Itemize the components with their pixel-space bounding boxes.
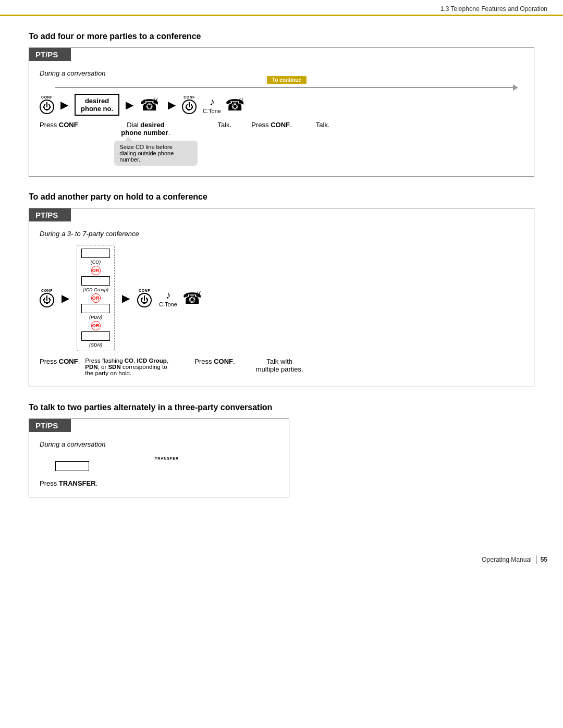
ctone1-label: C.Tone [203,108,221,114]
s2-step1-conf: CONF [59,357,78,365]
conf2-power-icon: ⏻ [185,102,193,112]
note-line3: the party on hold. [85,370,131,376]
section1-ptps-box: PT/PS During a conversation To continue [29,47,534,177]
section1-conf1: CONF ⏻ [40,95,54,114]
s2-conf1-circle: ⏻ [40,293,54,307]
conf2-icon: CONF ⏻ [182,95,197,114]
section3-ptps-box: PT/PS During a conversation TRANSFER Pre… [29,418,289,498]
step4-conf: CONF [271,121,290,129]
talk-icon1-col: ☎ (( · [140,95,162,115]
s2-step2-label: Press CONF. [194,357,235,365]
step1-dot: . [78,121,80,129]
step5-talk: Talk. [316,121,330,129]
conf2-label: CONF [183,95,195,99]
button-group-bracket: (CO) OR (ICD Group) OR (PDN) [77,245,115,351]
step4-dot: . [290,121,292,129]
s2-step3-multi: multiple parties. [256,365,303,373]
s2-talk-icon-col: ☎ (( · [182,288,204,308]
note-pdn: PDN [85,364,97,370]
section2-ptps-body: During a 3- to 7-party conference CONF ⏻… [29,221,534,387]
section2-conf2: CONF ⏻ [137,289,152,307]
or3-label: OR [92,323,100,328]
icd-button [81,276,110,286]
s2-conf1-label: CONF [41,289,53,292]
arrow1: ▶ [60,98,68,111]
main-content: To add four or more parties to a confere… [0,16,563,529]
icd-sublabel: (ICD Group) [83,287,108,292]
sdn-button [81,331,110,341]
conf2-circle: ⏻ [182,100,197,114]
s2-conf2-circle: ⏻ [137,293,152,307]
arrow2: ▶ [126,98,133,111]
step2-label-col: Dial desired phone number. Seize CO line… [93,121,198,166]
s2-step1-label: Press CONF. [40,357,80,365]
pdn-sublabel: (PDN) [89,315,102,320]
or1-circle: OR [91,266,101,275]
section2-heading: To add another party on hold to a confer… [29,192,534,202]
talk-icon2-col: ☎ (( · [225,95,247,115]
section1-heading: To add four or more parties to a confere… [29,32,534,41]
section3-heading: To talk to two parties alternately in a … [29,403,534,412]
step2-phone: phone number [121,129,168,137]
s2-step1-dot: . [78,357,80,365]
svg-text:·: · [196,298,198,303]
s3-dot: . [96,479,98,487]
s2-conf1-icon: CONF ⏻ [40,289,54,307]
s2-music-note: ♪ [165,289,170,301]
desired-line1: desired [85,97,109,105]
talk-icon2: ☎ (( · [225,95,247,115]
s2-talk-icon: ☎ (( · [182,288,204,308]
section2-ptps-header: PT/PS [29,208,71,221]
or2-label: OR [92,295,100,301]
conf1-icon: CONF ⏻ [40,95,54,114]
to-continue-badge: To continue [267,76,307,84]
step4-label: Press CONF. [251,121,291,129]
arrow3: ▶ [168,98,176,111]
conf1-label: CONF [41,95,53,99]
note-co: CO [125,357,133,364]
s2-arrow1: ▶ [62,292,69,304]
s2-conf2-power: ⏻ [140,295,149,305]
co-sublabel: (CO) [91,260,101,265]
s2-arrow2: ▶ [122,292,130,304]
s2-step3-talk: Talk with [266,357,292,365]
page-footer: Operating Manual 55 [0,550,563,569]
s2-step2-press: Press [194,357,214,365]
step5-label: Talk. [309,121,337,129]
footer-divider [536,556,536,564]
s2-conf2-label: CONF [139,289,150,292]
note-icd: ICD Group [137,357,167,364]
or1-label: OR [92,268,100,273]
section2-step-labels: Press CONF. Press flashing CO, ICD Group… [40,357,523,376]
section3-ptps-header: PT/PS [29,419,71,432]
note-press: Press flashing [85,357,124,364]
step2-dial: Dial [127,121,140,129]
music-note-icon1: ♪ [210,96,215,108]
s2-step3-label: Talk with multiple parties. [256,357,303,373]
desired-phone-box: desired phone no. [75,94,119,116]
s3-step1-label: Press TRANSFER. [40,479,278,487]
to-continue-container: To continue [55,84,518,91]
section1: To add four or more parties to a confere… [29,32,534,177]
section1-ptps-header: PT/PS [29,48,71,61]
tooltip-bubble: Seize CO line before dialing outside pho… [114,141,198,166]
s2-conf2-icon: CONF ⏻ [137,289,152,307]
s2-step2-conf: CONF [214,357,233,365]
section2-during-label: During a 3- to 7-party conference [40,230,523,238]
step2-dot: . [168,129,170,137]
s3-press: Press [40,479,59,487]
section2-conf1: CONF ⏻ [40,289,54,307]
or2-circle: OR [91,293,101,303]
pdn-button [81,304,110,313]
header-title: 1.3 Telephone Features and Operation [440,5,547,13]
s2-conf1-power: ⏻ [43,295,51,305]
section2: To add another party on hold to a confer… [29,192,534,387]
sdn-sublabel: (SDN) [89,342,102,348]
step1-press: Press [40,121,59,129]
section3: To talk to two parties alternately in a … [29,403,534,498]
to-continue-arrow-row: To continue [55,84,518,91]
svg-text:·: · [153,104,155,109]
ctone1-col: ♪ C.Tone [203,96,221,114]
step2-label: Dial desired phone number. [93,121,198,137]
s2-step1-press: Press [40,357,59,365]
